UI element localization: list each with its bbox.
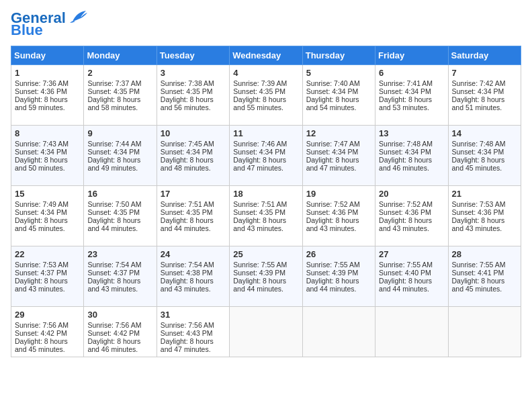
sunrise-time: Sunrise: 7:51 AM — [233, 200, 287, 208]
calendar-cell-empty — [302, 307, 375, 357]
day-number: 20 — [379, 189, 444, 199]
daylight-hours: Daylight: 8 hours and 46 minutes. — [87, 337, 140, 353]
sunrise-time: Sunrise: 7:47 AM — [306, 140, 360, 148]
daylight-hours: Daylight: 8 hours and 58 minutes. — [87, 95, 140, 111]
sunset-time: Sunset: 4:35 PM — [87, 208, 140, 216]
day-number: 21 — [452, 189, 517, 199]
calendar-cell-26: 26Sunrise: 7:55 AMSunset: 4:39 PMDayligh… — [302, 246, 375, 307]
calendar-cell-4: 4Sunrise: 7:39 AMSunset: 4:35 PMDaylight… — [230, 65, 302, 126]
sunrise-time: Sunrise: 7:56 AM — [87, 321, 141, 329]
day-number: 5 — [306, 68, 371, 78]
day-number: 29 — [15, 310, 80, 320]
sunset-time: Sunset: 4:34 PM — [87, 148, 140, 156]
sunrise-time: Sunrise: 7:51 AM — [161, 200, 214, 208]
daylight-hours: Daylight: 8 hours and 55 minutes. — [233, 95, 286, 111]
day-number: 11 — [233, 128, 298, 138]
sunset-time: Sunset: 4:34 PM — [379, 148, 431, 156]
sunset-time: Sunset: 4:36 PM — [306, 208, 359, 216]
calendar-table: SundayMondayTuesdayWednesdayThursdayFrid… — [11, 46, 521, 357]
sunrise-time: Sunrise: 7:49 AM — [15, 200, 69, 208]
sunrise-time: Sunrise: 7:52 AM — [306, 200, 360, 208]
daylight-hours: Daylight: 8 hours and 43 minutes. — [161, 277, 214, 293]
day-number: 8 — [15, 128, 80, 138]
day-number: 9 — [87, 128, 152, 138]
sunset-time: Sunset: 4:34 PM — [379, 87, 431, 95]
calendar-cell-24: 24Sunrise: 7:54 AMSunset: 4:38 PMDayligh… — [157, 246, 229, 307]
sunset-time: Sunset: 4:34 PM — [306, 148, 359, 156]
sunset-time: Sunset: 4:41 PM — [452, 269, 504, 277]
daylight-hours: Daylight: 8 hours and 47 minutes. — [233, 156, 286, 172]
calendar-cell-21: 21Sunrise: 7:53 AMSunset: 4:36 PMDayligh… — [448, 186, 521, 246]
col-header-monday: Monday — [84, 46, 157, 65]
calendar-cell-22: 22Sunrise: 7:53 AMSunset: 4:37 PMDayligh… — [11, 246, 84, 307]
calendar-cell-31: 31Sunrise: 7:56 AMSunset: 4:43 PMDayligh… — [157, 307, 229, 357]
sunrise-time: Sunrise: 7:56 AM — [15, 321, 69, 329]
day-number: 14 — [452, 128, 517, 138]
col-header-sunday: Sunday — [11, 46, 84, 65]
day-number: 13 — [379, 128, 444, 138]
sunset-time: Sunset: 4:36 PM — [452, 208, 504, 216]
sunset-time: Sunset: 4:35 PM — [161, 208, 213, 216]
daylight-hours: Daylight: 8 hours and 44 minutes. — [306, 277, 359, 293]
sunrise-time: Sunrise: 7:55 AM — [306, 261, 360, 269]
page-header: General Blue — [11, 11, 521, 38]
daylight-hours: Daylight: 8 hours and 45 minutes. — [15, 337, 68, 353]
day-number: 18 — [233, 189, 298, 199]
calendar-cell-30: 30Sunrise: 7:56 AMSunset: 4:42 PMDayligh… — [84, 307, 157, 357]
calendar-cell-23: 23Sunrise: 7:54 AMSunset: 4:37 PMDayligh… — [84, 246, 157, 307]
daylight-hours: Daylight: 8 hours and 51 minutes. — [452, 95, 505, 111]
col-header-wednesday: Wednesday — [230, 46, 302, 65]
logo: General Blue — [11, 11, 89, 38]
sunset-time: Sunset: 4:34 PM — [161, 148, 213, 156]
sunset-time: Sunset: 4:35 PM — [161, 87, 213, 95]
calendar-header-row: SundayMondayTuesdayWednesdayThursdayFrid… — [11, 46, 521, 65]
calendar-cell-19: 19Sunrise: 7:52 AMSunset: 4:36 PMDayligh… — [302, 186, 375, 246]
day-number: 1 — [15, 68, 80, 78]
daylight-hours: Daylight: 8 hours and 43 minutes. — [306, 216, 359, 232]
sunset-time: Sunset: 4:34 PM — [306, 87, 359, 95]
day-number: 30 — [87, 310, 152, 320]
daylight-hours: Daylight: 8 hours and 45 minutes. — [15, 216, 68, 232]
sunrise-time: Sunrise: 7:52 AM — [379, 200, 433, 208]
daylight-hours: Daylight: 8 hours and 49 minutes. — [87, 156, 140, 172]
daylight-hours: Daylight: 8 hours and 44 minutes. — [233, 277, 286, 293]
calendar-cell-6: 6Sunrise: 7:41 AMSunset: 4:34 PMDaylight… — [375, 65, 448, 126]
daylight-hours: Daylight: 8 hours and 53 minutes. — [379, 95, 432, 111]
calendar-cell-16: 16Sunrise: 7:50 AMSunset: 4:35 PMDayligh… — [84, 186, 157, 246]
daylight-hours: Daylight: 8 hours and 47 minutes. — [161, 337, 214, 353]
logo-text-blue: Blue — [11, 23, 43, 38]
day-number: 12 — [306, 128, 371, 138]
sunrise-time: Sunrise: 7:44 AM — [87, 140, 141, 148]
sunrise-time: Sunrise: 7:48 AM — [379, 140, 433, 148]
sunset-time: Sunset: 4:38 PM — [161, 269, 213, 277]
col-header-thursday: Thursday — [302, 46, 375, 65]
sunset-time: Sunset: 4:42 PM — [15, 329, 67, 337]
sunrise-time: Sunrise: 7:50 AM — [87, 200, 141, 208]
sunset-time: Sunset: 4:39 PM — [233, 269, 285, 277]
day-number: 16 — [87, 189, 152, 199]
day-number: 31 — [161, 310, 226, 320]
sunset-time: Sunset: 4:34 PM — [15, 208, 67, 216]
calendar-cell-2: 2Sunrise: 7:37 AMSunset: 4:35 PMDaylight… — [84, 65, 157, 126]
sunset-time: Sunset: 4:34 PM — [15, 148, 67, 156]
day-number: 24 — [161, 249, 226, 259]
col-header-saturday: Saturday — [448, 46, 521, 65]
calendar-cell-20: 20Sunrise: 7:52 AMSunset: 4:36 PMDayligh… — [375, 186, 448, 246]
sunrise-time: Sunrise: 7:55 AM — [452, 261, 506, 269]
sunrise-time: Sunrise: 7:53 AM — [15, 261, 69, 269]
sunset-time: Sunset: 4:34 PM — [452, 87, 504, 95]
sunset-time: Sunset: 4:36 PM — [379, 208, 431, 216]
sunrise-time: Sunrise: 7:37 AM — [87, 79, 141, 87]
sunset-time: Sunset: 4:35 PM — [87, 87, 140, 95]
daylight-hours: Daylight: 8 hours and 44 minutes. — [87, 216, 140, 232]
sunrise-time: Sunrise: 7:42 AM — [452, 79, 506, 87]
day-number: 19 — [306, 189, 371, 199]
sunset-time: Sunset: 4:35 PM — [233, 208, 285, 216]
calendar-cell-7: 7Sunrise: 7:42 AMSunset: 4:34 PMDaylight… — [448, 65, 521, 126]
sunrise-time: Sunrise: 7:45 AM — [161, 140, 214, 148]
calendar-cell-empty — [230, 307, 302, 357]
day-number: 28 — [452, 249, 517, 259]
day-number: 6 — [379, 68, 444, 78]
sunrise-time: Sunrise: 7:40 AM — [306, 79, 360, 87]
sunset-time: Sunset: 4:39 PM — [306, 269, 359, 277]
